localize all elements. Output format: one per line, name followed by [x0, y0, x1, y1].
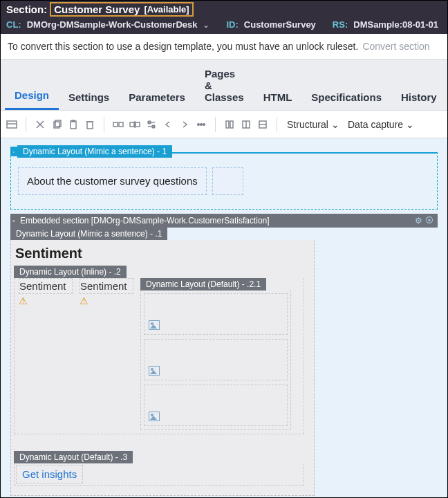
- design-canvas[interactable]: ◦ Dynamic Layout (Mimic a sentence) - 1 …: [1, 138, 447, 498]
- delete-icon[interactable]: [83, 118, 97, 131]
- empty-cell-placeholder[interactable]: [212, 167, 243, 195]
- tab-parameters[interactable]: Parameters: [119, 83, 195, 110]
- toggle-icon[interactable]: [144, 118, 158, 131]
- id-value: CustomerSurvey: [244, 19, 316, 30]
- id-key: ID:: [226, 19, 238, 30]
- embedded-section-label: Embedded section [DMOrg-DMSample-Work.Cu…: [17, 216, 270, 225]
- tab-history[interactable]: History: [391, 83, 447, 110]
- cut-icon[interactable]: [33, 118, 47, 131]
- image-icon: [149, 412, 160, 421]
- svg-rect-11: [119, 122, 123, 127]
- ruleset-value: DMSample:08-01-01: [353, 19, 438, 30]
- data-capture-label: Data capture: [348, 119, 403, 130]
- about-text-cell[interactable]: About the customer survey questions: [18, 167, 207, 195]
- data-capture-dropdown[interactable]: Data capture ⌄: [345, 119, 417, 130]
- chevron-down-icon: ⌄: [331, 119, 339, 130]
- svg-rect-0: [7, 121, 17, 128]
- sentiment-heading: Sentiment: [11, 240, 314, 266]
- svg-rect-22: [226, 121, 229, 128]
- section-name: Customer Survey: [54, 3, 140, 15]
- dynamic-layout-2-1[interactable]: Dynamic Layout (Default) - .2.1: [140, 278, 291, 430]
- split-icon[interactable]: [128, 118, 142, 131]
- sentiment-column-2[interactable]: Sentiment ⚠: [80, 278, 133, 306]
- design-toolbar: Structural ⌄ Data capture ⌄: [1, 111, 447, 138]
- col-right-icon[interactable]: [256, 118, 270, 131]
- move-left-icon[interactable]: [161, 118, 175, 131]
- tab-settings[interactable]: Settings: [59, 83, 119, 110]
- availability-badge: [Available]: [144, 4, 189, 15]
- warning-icon: ⚠: [80, 294, 133, 306]
- ruleset-key: RS:: [333, 19, 348, 30]
- dynamic-layout-1[interactable]: ◦ Dynamic Layout (Mimic a sentence) - 1 …: [10, 152, 438, 210]
- svg-rect-13: [136, 122, 140, 127]
- class-value: DMOrg-DMSample-Work-CustomerDesk: [27, 19, 198, 30]
- svg-rect-8: [87, 122, 93, 129]
- svg-point-20: [200, 123, 203, 125]
- class-key: CL:: [6, 19, 21, 30]
- merge-icon[interactable]: [111, 118, 125, 131]
- sentiment-col-label: Sentiment: [19, 278, 73, 294]
- layout-tag-default-21[interactable]: Dynamic Layout (Default) - .2.1: [140, 278, 266, 290]
- embedded-section[interactable]: ◦ Embedded section [DMOrg-DMSample-Work.…: [10, 214, 438, 496]
- section-label: Section:: [6, 3, 47, 15]
- layout-tag-default-3[interactable]: Dynamic Layout (Default) - .3: [14, 451, 133, 463]
- layout-marker-icon[interactable]: ◦: [10, 147, 17, 156]
- convert-infobar: To convert this section to use a design …: [1, 34, 447, 59]
- paste-icon[interactable]: [66, 118, 80, 131]
- copy-icon[interactable]: [50, 118, 64, 131]
- tab-pages-classes[interactable]: Pages & Classes: [195, 59, 254, 110]
- image-icon: [149, 320, 160, 330]
- layout-icon[interactable]: [5, 118, 19, 131]
- convert-section-link[interactable]: Convert section: [362, 41, 429, 52]
- layout-tag-mimic-1[interactable]: Dynamic Layout (Mimic a sentence) - .1: [10, 228, 167, 240]
- infobar-message: To convert this section to use a design …: [8, 41, 358, 52]
- gear-icon[interactable]: ⚙: [415, 216, 422, 225]
- sentiment-col-label: Sentiment: [80, 278, 133, 294]
- structural-dropdown[interactable]: Structural ⌄: [284, 119, 342, 130]
- svg-rect-10: [113, 122, 118, 127]
- image-icon: [149, 366, 160, 376]
- image-cell[interactable]: [144, 293, 288, 335]
- ruleform-tabs: Design Settings Parameters Pages & Class…: [1, 59, 447, 111]
- chevron-down-icon[interactable]: ⌄: [203, 20, 209, 30]
- move-right-icon[interactable]: [178, 118, 192, 131]
- layout-marker-icon[interactable]: ◦: [10, 216, 17, 225]
- ruleform-header: Section: Customer Survey [Available] CL:…: [1, 1, 447, 34]
- tab-specifications[interactable]: Specifications: [301, 83, 391, 110]
- svg-point-19: [198, 123, 200, 125]
- col-mid-icon[interactable]: [239, 118, 253, 131]
- tab-design[interactable]: Design: [5, 81, 59, 110]
- structural-label: Structural: [287, 119, 328, 130]
- more-icon[interactable]: [194, 118, 208, 131]
- svg-rect-23: [230, 121, 233, 128]
- image-cell[interactable]: [144, 339, 288, 380]
- magnify-icon[interactable]: ⦿: [425, 216, 433, 225]
- section-title-box: Customer Survey [Available]: [50, 2, 193, 17]
- col-left-icon[interactable]: [223, 118, 236, 131]
- svg-point-21: [203, 123, 205, 125]
- dynamic-layout-3[interactable]: Dynamic Layout (Default) - .3 Get insigh…: [14, 451, 304, 486]
- get-insights-link[interactable]: Get insights: [16, 465, 83, 483]
- layout-tag-inline-2[interactable]: Dynamic Layout (Inline) - .2: [14, 266, 127, 278]
- image-cell[interactable]: [144, 385, 288, 426]
- tab-html[interactable]: HTML: [254, 83, 302, 110]
- warning-icon: ⚠: [19, 294, 73, 306]
- svg-rect-12: [130, 122, 134, 127]
- sentiment-column-1[interactable]: Sentiment ⚠: [19, 278, 73, 306]
- layout-tag-1[interactable]: Dynamic Layout (Mimic a sentence) - 1: [17, 145, 172, 158]
- chevron-down-icon: ⌄: [406, 119, 414, 130]
